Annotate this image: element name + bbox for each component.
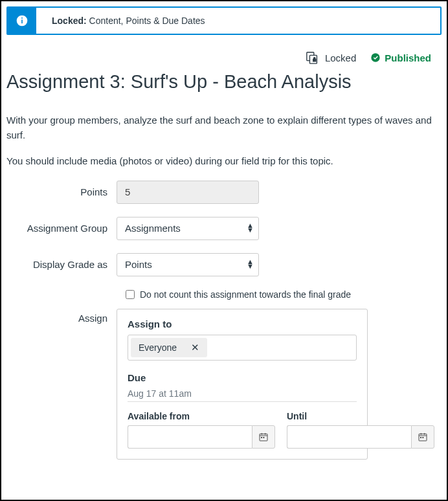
until-label: Until xyxy=(287,411,434,421)
calendar-icon xyxy=(418,432,428,442)
info-icon xyxy=(8,8,36,34)
assignment-group-select[interactable]: Assignments ▲▼ xyxy=(117,217,259,240)
locked-details: Content, Points & Due Dates xyxy=(87,16,205,26)
available-from-calendar-button[interactable] xyxy=(252,425,275,449)
assignment-group-label: Assignment Group xyxy=(6,223,117,234)
svg-point-5 xyxy=(372,53,380,61)
assignee-chip-label: Everyone xyxy=(139,342,177,353)
due-value: Aug 17 at 11am xyxy=(128,388,357,402)
assignee-chip: Everyone ✕ xyxy=(131,338,207,357)
check-circle-icon xyxy=(370,52,381,63)
assign-to-input[interactable]: Everyone ✕ xyxy=(128,335,357,361)
omit-from-final-checkbox[interactable] xyxy=(126,290,135,299)
published-status[interactable]: Published xyxy=(370,52,431,63)
available-from-label: Available from xyxy=(128,411,275,421)
until-calendar-button[interactable] xyxy=(411,425,434,449)
display-grade-value: Points xyxy=(117,253,259,276)
calendar-icon xyxy=(258,432,269,442)
locked-banner-text: Locked: Content, Points & Due Dates xyxy=(36,16,205,26)
svg-rect-16 xyxy=(420,437,421,438)
points-input: 5 xyxy=(117,181,259,204)
description-paragraph-2: You should include media (photos or vide… xyxy=(6,154,442,169)
assign-to-label: Assign to xyxy=(128,318,357,329)
assign-panel: Assign to Everyone ✕ Due Aug 17 at 11am … xyxy=(117,309,368,460)
svg-rect-10 xyxy=(261,437,262,438)
due-label: Due xyxy=(128,372,357,383)
description-paragraph-1: With your group members, analyze the sur… xyxy=(6,113,442,142)
svg-rect-1 xyxy=(21,19,23,23)
blueprint-locked-status[interactable]: Locked xyxy=(306,50,356,65)
page-title: Assignment 3: Surf's Up - Beach Analysis xyxy=(6,71,442,93)
locked-status-label: Locked xyxy=(325,52,356,63)
locked-prefix: Locked: xyxy=(52,16,87,26)
svg-rect-17 xyxy=(422,437,423,438)
display-grade-select[interactable]: Points ▲▼ xyxy=(117,253,259,276)
omit-from-final-label: Do not count this assignment towards the… xyxy=(140,289,351,300)
display-grade-label: Display Grade as xyxy=(6,259,117,270)
locked-banner: Locked: Content, Points & Due Dates xyxy=(6,6,442,35)
published-status-label: Published xyxy=(385,52,431,63)
svg-rect-2 xyxy=(21,17,23,19)
assign-label: Assign xyxy=(6,309,117,324)
remove-chip-icon[interactable]: ✕ xyxy=(191,342,199,353)
assignment-group-value: Assignments xyxy=(117,217,259,240)
blueprint-lock-icon xyxy=(306,50,320,65)
points-label: Points xyxy=(6,186,117,197)
available-from-input[interactable] xyxy=(128,425,252,449)
svg-rect-11 xyxy=(263,437,264,438)
until-input[interactable] xyxy=(287,425,411,449)
